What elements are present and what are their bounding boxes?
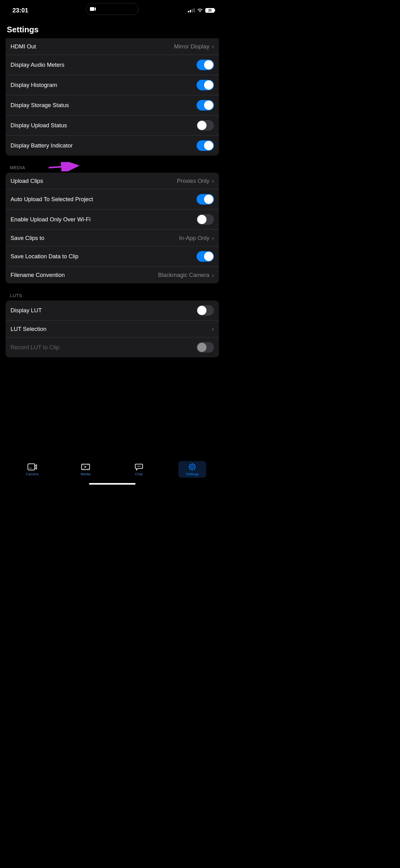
svg-point-20 (190, 464, 195, 470)
save-clips-row[interactable]: Save Clips to In-App Only › (6, 230, 219, 247)
location-data-toggle[interactable] (197, 251, 214, 262)
tab-label: Media (80, 472, 90, 476)
status-time: 23:01 (12, 7, 28, 14)
svg-point-13 (84, 468, 84, 469)
svg-point-17 (137, 466, 138, 467)
svg-point-5 (30, 468, 31, 468)
svg-point-11 (88, 465, 89, 465)
location-data-row: Save Location Data to Clip (6, 247, 219, 267)
row-value: Blackmagic Camera (158, 272, 210, 278)
row-label: Display LUT (10, 307, 42, 314)
svg-point-19 (140, 466, 141, 467)
status-bar: 23:01 26 (0, 0, 225, 16)
svg-rect-0 (90, 7, 94, 11)
svg-point-14 (87, 468, 88, 469)
row-label: Display Upload Status (10, 122, 67, 129)
chevron-right-icon: › (212, 177, 214, 184)
svg-line-2 (49, 166, 76, 168)
chevron-right-icon: › (212, 235, 214, 242)
svg-point-15 (88, 468, 89, 469)
svg-point-21 (191, 466, 194, 468)
chevron-right-icon: › (212, 272, 214, 279)
svg-line-28 (194, 464, 195, 465)
upload-status-row: Display Upload Status (6, 116, 219, 136)
row-label: Auto Upload To Selected Project (10, 196, 93, 203)
dynamic-island (86, 3, 139, 15)
svg-point-8 (82, 465, 83, 465)
audio-meters-row: Display Audio Meters (6, 55, 219, 75)
page-title: Settings (0, 16, 225, 38)
storage-status-row: Display Storage Status (6, 95, 219, 116)
camera-indicator-icon (90, 7, 96, 11)
tab-media[interactable]: Media (72, 461, 100, 478)
row-value: Mirror Display (174, 43, 209, 50)
display-lut-toggle[interactable] (197, 305, 214, 316)
audio-meters-toggle[interactable] (197, 60, 214, 70)
tab-chat[interactable]: Chat (125, 461, 153, 478)
svg-line-27 (194, 469, 195, 469)
home-indicator[interactable] (89, 483, 135, 485)
storage-status-toggle[interactable] (197, 100, 214, 111)
settings-icon (188, 463, 197, 471)
lut-selection-row[interactable]: LUT Selection › (6, 321, 219, 337)
svg-point-18 (139, 466, 139, 467)
annotation-arrow-icon (48, 162, 82, 172)
row-value: In-App Only (179, 235, 210, 242)
luts-settings-group: Display LUT LUT Selection › Record LUT t… (6, 301, 219, 357)
tab-label: Chat (135, 472, 143, 476)
chevron-right-icon: › (212, 326, 214, 333)
tab-label: Settings (186, 472, 199, 476)
row-value: Proxies Only (177, 178, 209, 184)
media-icon (81, 463, 90, 471)
row-label: Enable Upload Only Over Wi-Fi (10, 216, 91, 223)
chevron-right-icon: › (212, 43, 214, 50)
wifi-icon (197, 8, 203, 13)
media-settings-group: Upload Clips Proxies Only › Auto Upload … (6, 173, 219, 283)
row-label: Save Location Data to Clip (10, 253, 78, 260)
upload-clips-row[interactable]: Upload Clips Proxies Only › (6, 173, 219, 189)
media-section-header: MEDIA (0, 156, 225, 173)
display-settings-group: HDMI Out Mirror Display › Display Audio … (6, 38, 219, 156)
row-label: Display Audio Meters (10, 61, 65, 68)
battery-indicator-row: Display Battery Indicator (6, 136, 219, 156)
record-lut-toggle (197, 342, 214, 353)
row-label: Filename Convention (10, 272, 65, 278)
camera-icon (28, 463, 37, 471)
row-label: Display Histogram (10, 82, 57, 89)
tab-label: Camera (26, 472, 39, 476)
row-label: Record LUT to Clip (10, 344, 59, 351)
histogram-toggle[interactable] (197, 80, 214, 90)
record-lut-row: Record LUT to Clip (6, 337, 219, 357)
svg-point-6 (31, 468, 32, 468)
tab-camera[interactable]: Camera (18, 461, 46, 478)
row-label: Save Clips to (10, 235, 44, 242)
svg-point-12 (82, 468, 83, 469)
row-label: Upload Clips (10, 178, 43, 184)
svg-line-26 (190, 464, 190, 465)
row-label: LUT Selection (10, 326, 46, 333)
luts-section-header: LUTS (0, 283, 225, 301)
battery-indicator-toggle[interactable] (197, 140, 214, 151)
histogram-row: Display Histogram (6, 75, 219, 95)
svg-marker-16 (85, 466, 87, 468)
auto-upload-row: Auto Upload To Selected Project (6, 189, 219, 210)
wifi-only-row: Enable Upload Only Over Wi-Fi (6, 210, 219, 230)
auto-upload-toggle[interactable] (197, 194, 214, 205)
upload-status-toggle[interactable] (197, 120, 214, 131)
display-lut-row: Display LUT (6, 301, 219, 321)
hdmi-out-row[interactable]: HDMI Out Mirror Display › (6, 38, 219, 55)
chat-icon (134, 463, 143, 471)
row-label: Display Storage Status (10, 102, 69, 108)
status-indicators: 26 (188, 8, 214, 13)
row-label: Display Battery Indicator (10, 142, 73, 149)
wifi-only-toggle[interactable] (197, 214, 214, 225)
tab-settings[interactable]: Settings (178, 461, 206, 478)
svg-line-29 (190, 469, 190, 469)
battery-icon: 26 (205, 8, 214, 13)
svg-point-10 (87, 465, 88, 465)
filename-convention-row[interactable]: Filename Convention Blackmagic Camera › (6, 267, 219, 283)
row-label: HDMI Out (10, 43, 36, 50)
svg-rect-3 (28, 464, 35, 470)
cellular-signal-icon (188, 8, 195, 12)
svg-point-9 (84, 465, 84, 465)
